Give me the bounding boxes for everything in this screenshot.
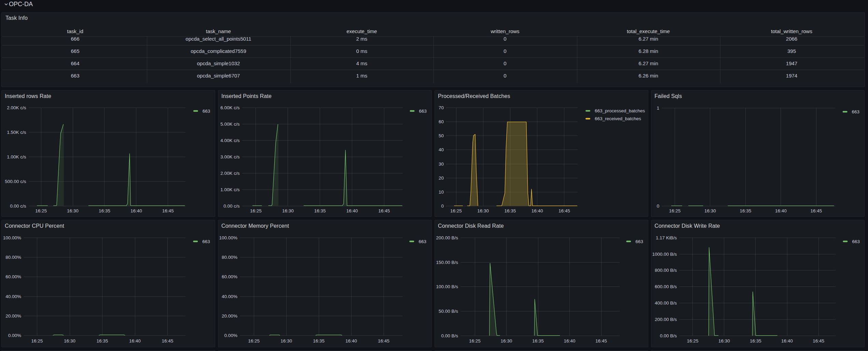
svg-text:20: 20 <box>439 176 444 181</box>
svg-text:40.00%: 40.00% <box>222 294 237 299</box>
svg-text:16:35: 16:35 <box>97 338 108 343</box>
svg-text:150.00 B/s: 150.00 B/s <box>436 260 458 265</box>
svg-text:20.00%: 20.00% <box>222 313 237 319</box>
svg-text:16:35: 16:35 <box>505 208 516 213</box>
svg-text:0.00 B/s: 0.00 B/s <box>441 333 458 338</box>
svg-text:16:45: 16:45 <box>811 208 822 213</box>
svg-text:16:40: 16:40 <box>346 208 358 213</box>
svg-text:16:25: 16:25 <box>250 208 262 213</box>
svg-text:16:40: 16:40 <box>775 208 787 213</box>
svg-text:16:35: 16:35 <box>740 208 752 213</box>
svg-text:0.00 c/s: 0.00 c/s <box>10 203 26 209</box>
svg-text:16:25: 16:25 <box>669 208 681 213</box>
svg-text:5.00K c/s: 5.00K c/s <box>220 122 240 127</box>
svg-text:3.00K c/s: 3.00K c/s <box>220 154 240 159</box>
svg-text:663: 663 <box>635 239 643 244</box>
svg-text:16:40: 16:40 <box>781 338 793 343</box>
svg-text:40.00%: 40.00% <box>5 294 21 299</box>
svg-text:16:45: 16:45 <box>378 208 390 213</box>
svg-text:200.00 B/s: 200.00 B/s <box>655 317 677 322</box>
svg-text:0.00 c/s: 0.00 c/s <box>223 203 240 209</box>
svg-text:663_processed_batches: 663_processed_batches <box>595 108 645 113</box>
svg-text:50.00 B/s: 50.00 B/s <box>439 309 458 314</box>
svg-text:663: 663 <box>203 109 210 114</box>
svg-text:400.00 B/s: 400.00 B/s <box>655 300 677 306</box>
svg-text:16:30: 16:30 <box>704 208 716 213</box>
svg-text:16:40: 16:40 <box>130 208 142 213</box>
svg-text:16:35: 16:35 <box>532 338 544 343</box>
svg-text:16:25: 16:25 <box>687 338 699 343</box>
svg-text:16:25: 16:25 <box>450 208 462 213</box>
svg-text:16:25: 16:25 <box>469 338 481 343</box>
svg-text:16:30: 16:30 <box>282 208 294 213</box>
svg-text:1.00K c/s: 1.00K c/s <box>7 154 26 159</box>
svg-text:0.00%: 0.00% <box>224 333 237 338</box>
svg-text:800.00 B/s: 800.00 B/s <box>655 268 677 273</box>
svg-text:16:35: 16:35 <box>99 208 110 213</box>
svg-text:16:40: 16:40 <box>345 338 357 343</box>
svg-text:100.00%: 100.00% <box>219 235 237 240</box>
svg-text:100.00%: 100.00% <box>3 235 21 240</box>
svg-text:16:40: 16:40 <box>564 338 576 343</box>
svg-text:16:40: 16:40 <box>532 208 543 213</box>
svg-text:1.17 KiB/s: 1.17 KiB/s <box>656 235 677 240</box>
svg-text:663: 663 <box>852 109 860 114</box>
svg-text:16:30: 16:30 <box>67 208 79 213</box>
svg-text:16:45: 16:45 <box>162 338 174 343</box>
svg-text:40: 40 <box>439 147 444 152</box>
svg-text:663: 663 <box>419 109 427 114</box>
svg-text:663: 663 <box>852 239 860 244</box>
svg-text:6.00K c/s: 6.00K c/s <box>220 105 240 110</box>
svg-text:80.00%: 80.00% <box>5 255 21 260</box>
svg-text:16:45: 16:45 <box>378 338 389 343</box>
svg-text:20.00%: 20.00% <box>5 313 21 319</box>
svg-text:16:45: 16:45 <box>595 338 607 343</box>
svg-text:16:25: 16:25 <box>248 338 260 343</box>
svg-text:0: 0 <box>657 203 659 209</box>
svg-text:60: 60 <box>439 119 444 124</box>
svg-text:50: 50 <box>439 133 444 138</box>
svg-text:663: 663 <box>202 239 210 244</box>
svg-text:1000.00 B/s: 1000.00 B/s <box>652 252 677 257</box>
svg-text:0.00%: 0.00% <box>8 333 21 338</box>
svg-text:16:45: 16:45 <box>559 208 570 213</box>
svg-text:600.00 B/s: 600.00 B/s <box>655 284 677 289</box>
svg-text:16:45: 16:45 <box>162 208 174 213</box>
svg-text:60.00%: 60.00% <box>222 274 237 279</box>
svg-text:1: 1 <box>657 106 659 111</box>
svg-text:16:30: 16:30 <box>280 338 292 343</box>
svg-text:70: 70 <box>439 105 444 110</box>
svg-text:16:25: 16:25 <box>35 208 47 213</box>
svg-text:663: 663 <box>418 239 426 244</box>
svg-text:2.00K c/s: 2.00K c/s <box>7 105 26 110</box>
svg-text:10: 10 <box>439 189 444 195</box>
svg-text:0: 0 <box>441 203 444 209</box>
svg-text:80.00%: 80.00% <box>222 255 237 260</box>
svg-text:663_received_batches: 663_received_batches <box>595 116 641 121</box>
svg-text:16:35: 16:35 <box>313 338 325 343</box>
svg-text:1.50K c/s: 1.50K c/s <box>7 130 26 135</box>
svg-text:30: 30 <box>439 162 444 167</box>
svg-text:16:35: 16:35 <box>314 208 326 213</box>
svg-text:2.00K c/s: 2.00K c/s <box>220 171 240 176</box>
svg-text:0.00 B/s: 0.00 B/s <box>660 333 677 338</box>
svg-text:16:30: 16:30 <box>501 338 512 343</box>
svg-text:200.00 B/s: 200.00 B/s <box>436 235 458 240</box>
svg-text:16:25: 16:25 <box>31 338 43 343</box>
svg-text:4.00K c/s: 4.00K c/s <box>220 138 240 143</box>
svg-text:16:30: 16:30 <box>64 338 75 343</box>
svg-text:16:40: 16:40 <box>129 338 141 343</box>
svg-text:1.00K c/s: 1.00K c/s <box>220 187 240 192</box>
svg-text:100.00 B/s: 100.00 B/s <box>436 284 458 289</box>
svg-text:16:45: 16:45 <box>813 338 824 343</box>
svg-text:16:35: 16:35 <box>750 338 761 343</box>
svg-text:16:30: 16:30 <box>718 338 730 343</box>
svg-text:16:30: 16:30 <box>477 208 489 213</box>
svg-text:60.00%: 60.00% <box>5 274 21 279</box>
svg-text:500.00 c/s: 500.00 c/s <box>5 179 26 184</box>
